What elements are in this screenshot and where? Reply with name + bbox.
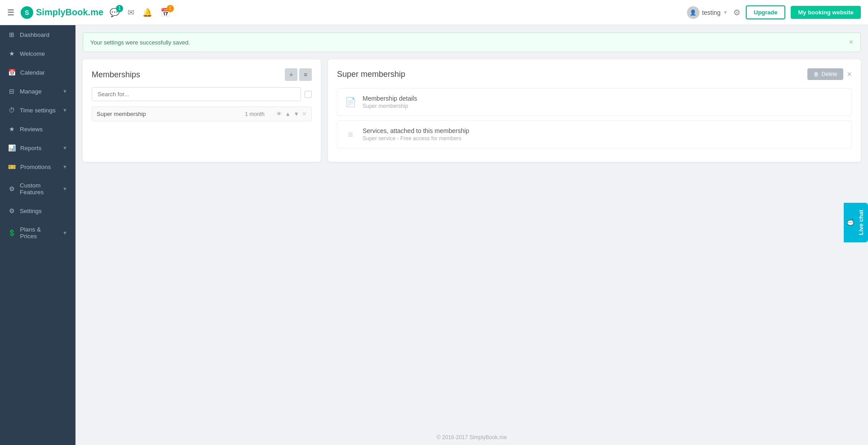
close-detail-panel-button[interactable]: × [847,70,852,79]
reports-chevron-icon: ▼ [62,145,67,151]
services-attached-title: Services, attached to this membership [363,127,469,134]
sidebar-item-dashboard[interactable]: ⊞ Dashboard [0,25,75,44]
detail-panel: Super membership 🗑 Delete × 📄 Membership… [328,59,861,162]
delete-button[interactable]: 🗑 Delete [807,68,844,80]
sidebar-item-reviews[interactable]: ★ Reviews [0,120,75,138]
reports-icon: 📊 [8,144,16,151]
sidebar-label-welcome: Welcome [20,50,45,57]
footer: © 2016-2017 SimplyBook.me [75,430,868,445]
content-row: Memberships + ≡ Super membership 1 month… [83,59,861,162]
success-banner: Your settings were successfully saved. × [83,32,861,52]
footer-text: © 2016-2017 SimplyBook.me [437,434,507,441]
main-content: Your settings were successfully saved. ×… [75,25,868,445]
reviews-icon: ★ [8,125,15,133]
search-row [92,87,312,101]
bell-nav-icon[interactable]: 🔔 [142,8,152,18]
sidebar-label-reports: Reports [20,145,41,151]
email-icon: ✉ [128,8,134,17]
services-attached-item[interactable]: ≡ Services, attached to this membership … [337,120,852,148]
chevron-down-icon[interactable]: ▼ [293,111,299,117]
messages-nav-icon[interactable]: 💬 1 [110,8,120,18]
sidebar-item-welcome[interactable]: ★ Welcome [0,44,75,63]
sidebar-item-plans-prices[interactable]: 💲 Plans & Prices ▼ [0,220,75,245]
chevron-up-icon[interactable]: ▲ [285,111,291,117]
sidebar-item-time-settings[interactable]: ⏱ Time settings ▼ [0,101,75,120]
sidebar-item-manage[interactable]: ⊟ Manage ▼ [0,82,75,101]
visibility-icon[interactable]: 👁 [276,111,282,117]
user-avatar: 👤 [687,6,700,19]
settings-side-icon: ⚙ [8,207,15,214]
sidebar-label-settings: Settings [20,208,42,214]
membership-name: Super membership [97,111,245,117]
membership-row-actions: 👁 ▲ ▼ ✕ [276,111,307,117]
sidebar-item-custom-features[interactable]: ⚙ Custom Features ▼ [0,176,75,201]
memberships-panel: Memberships + ≡ Super membership 1 month… [83,59,321,162]
live-chat-widget[interactable]: 💬 Live chat [844,203,868,242]
membership-details-icon: 📄 [345,97,356,107]
username-label: testing [702,9,721,16]
plans-prices-icon: 💲 [8,229,15,236]
search-input[interactable] [92,87,301,101]
sidebar-label-manage: Manage [20,88,42,95]
memberships-title: Memberships [92,70,140,80]
membership-details-subtitle: Super membership [363,103,417,109]
membership-details-text: Membership details Super membership [363,95,417,109]
add-membership-button[interactable]: + [285,68,297,81]
sidebar-item-promotions[interactable]: 🎫 Promotions ▼ [0,157,75,176]
manage-icon: ⊟ [8,88,15,95]
plans-prices-chevron-icon: ▼ [62,230,67,236]
close-banner-button[interactable]: × [849,38,853,46]
services-attached-subtitle: Super service - Free access for members [363,135,469,142]
detail-panel-header: Super membership 🗑 Delete × [337,68,852,80]
live-chat-icon: 💬 [847,219,854,226]
user-menu[interactable]: 👤 testing ▼ [687,6,728,19]
membership-details-item[interactable]: 📄 Membership details Super membership [337,88,852,116]
sidebar-label-reviews: Reviews [20,126,43,133]
time-settings-icon: ⏱ [8,107,15,114]
user-chevron-icon: ▼ [723,10,728,15]
memberships-panel-actions: + ≡ [285,68,312,81]
sidebar-label-custom-features: Custom Features [20,182,58,196]
services-list-icon: ≡ [345,129,356,140]
promotions-chevron-icon: ▼ [62,164,67,169]
settings-gear-icon[interactable]: ⚙ [733,8,740,18]
upgrade-button[interactable]: Upgrade [746,5,786,19]
dashboard-icon: ⊞ [8,31,15,38]
delete-membership-icon[interactable]: ✕ [302,111,307,117]
detail-header-actions: 🗑 Delete × [807,68,852,80]
navbar-icons: 💬 1 ✉ 🔔 📅 1 [110,8,170,18]
sidebar-label-calendar: Calendar [20,69,45,76]
welcome-icon: ★ [8,50,15,57]
logo-icon: S [21,6,33,19]
memberships-panel-header: Memberships + ≡ [92,68,312,81]
calendar-nav-icon[interactable]: 📅 1 [160,8,170,18]
select-all-checkbox[interactable] [305,91,312,98]
services-attached-text: Services, attached to this membership Su… [363,127,469,142]
sidebar-item-calendar[interactable]: 📅 Calendar [0,63,75,82]
logo-text: SimplyBook.me [36,7,103,18]
sidebar-label-time-settings: Time settings [20,107,56,114]
sidebar: ⊞ Dashboard ★ Welcome 📅 Calendar ⊟ Manag… [0,25,75,445]
my-booking-website-button[interactable]: My booking website [791,6,861,19]
sidebar-item-reports[interactable]: 📊 Reports ▼ [0,138,75,157]
sidebar-item-settings[interactable]: ⚙ Settings [0,201,75,220]
email-nav-icon[interactable]: ✉ [128,8,134,18]
custom-features-icon: ⚙ [8,185,15,192]
navbar-left: ☰ S SimplyBook.me 💬 1 ✉ 🔔 📅 1 [7,6,170,19]
navbar-right: 👤 testing ▼ ⚙ Upgrade My booking website [687,5,861,19]
logo[interactable]: S SimplyBook.me [21,6,103,19]
membership-row[interactable]: Super membership 1 month 👁 ▲ ▼ ✕ [92,107,312,121]
custom-features-chevron-icon: ▼ [62,186,67,191]
sidebar-label-dashboard: Dashboard [20,31,49,38]
bell-icon: 🔔 [142,8,152,17]
messages-badge: 1 [116,5,123,12]
delete-label: Delete [822,71,837,77]
list-view-button[interactable]: ≡ [299,68,312,81]
calendar-side-icon: 📅 [8,69,16,76]
membership-details-title: Membership details [363,95,417,102]
sidebar-label-promotions: Promotions [20,164,51,170]
success-message: Your settings were successfully saved. [90,39,190,46]
live-chat-label: Live chat [858,210,864,235]
membership-duration: 1 month [245,111,276,117]
hamburger-menu-icon[interactable]: ☰ [7,8,14,18]
